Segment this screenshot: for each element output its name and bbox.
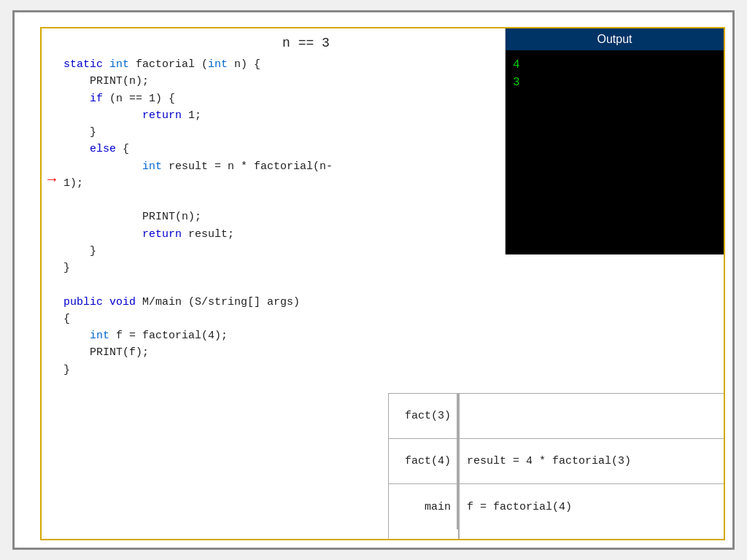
n-equals-label: n == 3: [122, 36, 490, 50]
call-content-fact3: [458, 394, 724, 438]
output-content: 4 3: [506, 50, 724, 97]
call-label-main: main: [389, 484, 458, 529]
call-label-fact4: fact(4): [389, 439, 458, 483]
callstack-divider: [458, 394, 460, 539]
call-row-fact3: fact(3): [389, 394, 724, 439]
callstack-area: fact(3) fact(4) result = 4 * factorial(3…: [388, 393, 724, 539]
outer-frame: n == 3 → static int factorial (int n) { …: [12, 10, 735, 550]
call-row-fact4: fact(4) result = 4 * factorial(3): [389, 439, 724, 484]
call-content-main: f = factorial(4): [458, 484, 724, 529]
output-line-2: 3: [513, 74, 716, 91]
inner-frame: n == 3 → static int factorial (int n) { …: [40, 27, 725, 540]
output-panel: Output 4 3: [505, 28, 724, 254]
output-title: Output: [506, 28, 724, 50]
call-content-fact4: result = 4 * factorial(3): [458, 439, 724, 483]
call-row-main: main f = factorial(4): [389, 484, 724, 529]
code-block: static int factorial (int n) { PRINT(n);…: [63, 56, 490, 378]
arrow-indicator: →: [47, 173, 56, 187]
output-line-1: 4: [513, 56, 716, 74]
call-label-fact3: fact(3): [389, 394, 458, 438]
